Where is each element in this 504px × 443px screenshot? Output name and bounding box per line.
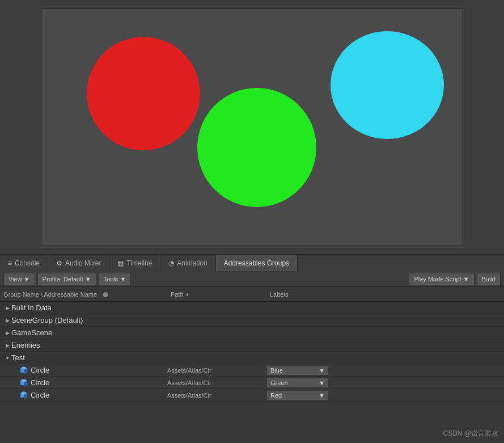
tab-timeline[interactable]: ▦ Timeline [109,255,160,271]
indent-blue [11,366,19,374]
sort-arrow: ▲ [185,292,190,297]
circle-red-path: Assets/Atlas/Cir [167,392,266,399]
build-label: Build [482,276,495,282]
col-labels-label: Labels [270,291,288,298]
tools-label: Tools ▼ [104,276,126,282]
circle-blue-text: Circle [31,366,49,374]
group-game-scene[interactable]: ▶ GameScene [0,327,504,339]
col-group-name-header: Group Name \ Addressable Name ⬤ [3,291,171,298]
tab-audio-mixer[interactable]: ⚙ Audio Mixer [48,255,109,271]
col-group-name-label: Group Name \ Addressable Name [3,291,97,298]
cyan-circle [331,31,444,139]
cube-icon-red [19,391,28,400]
table-header: Group Name \ Addressable Name ⬤ Path ▲ L… [0,287,504,302]
circle-green-text: Circle [31,378,49,387]
circle-blue-dropdown-arrow: ▼ [319,367,325,374]
green-circle [197,88,316,207]
expand-icon-built-in: ▶ [3,304,11,312]
scene-group-text: SceneGroup (Default) [11,316,83,324]
circle-blue-label-value: Blue [270,367,283,374]
group-enemies[interactable]: ▶ Enemies [0,339,504,352]
indent-red [11,391,19,399]
expand-icon-scene: ▶ [3,317,11,324]
timeline-icon: ▦ [117,259,124,267]
circle-blue-dropdown[interactable]: Blue ▼ [266,365,329,376]
profile-label: Profile: Default ▼ [43,276,91,282]
game-viewport [0,0,504,254]
circle-green-labels-cell: Green ▼ [266,378,501,388]
group-test[interactable]: ▼ Test [0,352,504,364]
play-mode-label: Play Mode Script ▼ [414,276,469,282]
circle-red-dropdown-arrow: ▼ [319,392,325,399]
built-in-label: ▶ Built In Data [3,303,167,312]
play-mode-script-button[interactable]: Play Mode Script ▼ [409,273,474,285]
col-labels-header: Labels [270,291,501,298]
game-scene-label: ▶ GameScene [3,328,167,337]
circle-green-label: Circle [3,378,167,387]
view-label: View ▼ [9,276,30,282]
expand-icon-enemies: ▶ [3,341,11,349]
tab-bar: ≡ Console ⚙ Audio Mixer ▦ Timeline ◔ Ani… [0,254,504,271]
tools-button[interactable]: Tools ▼ [99,273,132,285]
toolbar-row: View ▼ Profile: Default ▼ Tools ▼ Play M… [0,271,504,287]
tab-addressables-groups[interactable]: Addressables Groups [216,255,298,271]
game-canvas [41,8,463,246]
scene-group-label: ▶ SceneGroup (Default) [3,316,167,324]
profile-button[interactable]: Profile: Default ▼ [37,273,96,285]
tab-console-label: Console [15,259,40,267]
cube-icon-green [19,378,28,387]
asset-circle-blue[interactable]: Circle Assets/Atlas/Cir Blue ▼ [0,364,504,377]
col-path-label: Path [171,291,184,298]
tree-content[interactable]: ▶ Built In Data ▶ SceneGroup (Default) ▶… [0,302,504,443]
indent-green [11,379,19,387]
expand-icon-game-scene: ▶ [3,329,11,337]
tab-console[interactable]: ≡ Console [0,255,48,271]
circle-red-labels-cell: Red ▼ [266,390,501,400]
circle-blue-path: Assets/Atlas/Cir [167,367,266,374]
enemies-text: Enemies [11,341,40,349]
watermark: CSDN @诺言若水 [443,429,498,438]
tab-timeline-label: Timeline [126,259,152,267]
group-scene-group[interactable]: ▶ SceneGroup (Default) [0,314,504,327]
circle-green-label-value: Green [270,379,288,386]
view-button[interactable]: View ▼ [3,273,35,285]
console-icon: ≡ [8,259,12,267]
audio-mixer-icon: ⚙ [56,259,62,267]
col-path-header: Path ▲ [171,291,270,298]
build-button[interactable]: Build [477,273,501,285]
game-scene-text: GameScene [11,328,52,337]
circle-red-label: Circle [3,391,167,400]
asset-circle-red[interactable]: Circle Assets/Atlas/Cir Red ▼ [0,389,504,402]
circle-red-text: Circle [31,391,49,399]
circle-green-dropdown[interactable]: Green ▼ [266,378,329,388]
circle-blue-label: Circle [3,366,167,375]
circle-red-dropdown[interactable]: Red ▼ [266,390,329,400]
group-built-in-data[interactable]: ▶ Built In Data [0,302,504,314]
tab-animation-label: Animation [177,259,207,267]
circle-red-label-value: Red [270,392,282,399]
cube-icon-blue [19,366,28,375]
enemies-label: ▶ Enemies [3,341,167,349]
expand-icon-test: ▼ [3,354,11,362]
red-circle [87,37,200,150]
built-in-text: Built In Data [11,303,52,312]
test-label: ▼ Test [3,353,167,362]
sort-icon: ⬤ [103,292,108,297]
circle-blue-labels-cell: Blue ▼ [266,365,501,376]
asset-circle-green[interactable]: Circle Assets/Atlas/Cir Green ▼ [0,377,504,389]
tab-audio-mixer-label: Audio Mixer [65,259,101,267]
tab-animation[interactable]: ◔ Animation [160,255,215,271]
tab-addressables-label: Addressables Groups [224,259,289,267]
circle-green-path: Assets/Atlas/Cir [167,379,266,386]
test-text: Test [11,353,25,362]
animation-icon: ◔ [168,259,174,267]
circle-green-dropdown-arrow: ▼ [319,379,325,386]
